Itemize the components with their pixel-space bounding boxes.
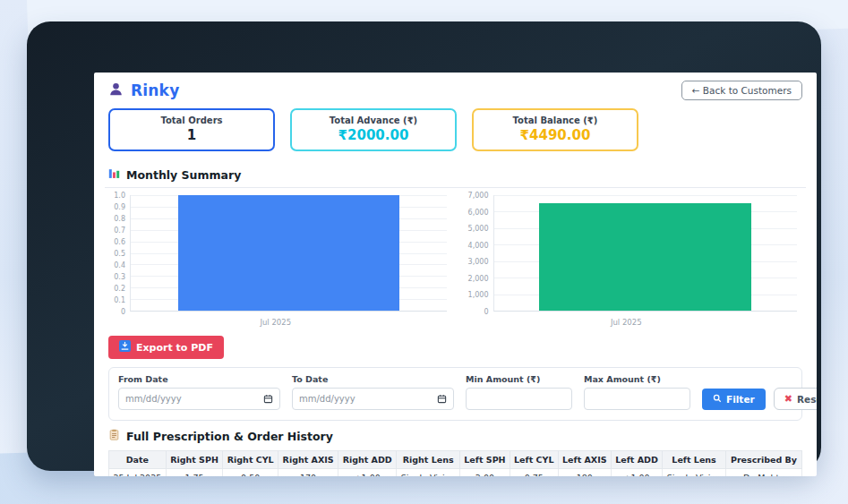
bar-chart-icon xyxy=(108,167,120,182)
stats-row: Total Orders 1 Total Advance (₹) ₹2000.0… xyxy=(105,106,806,161)
column-header: Left SPH xyxy=(460,451,510,469)
stat-value: ₹4490.00 xyxy=(477,127,633,143)
table-cell: 1.75 xyxy=(166,469,223,477)
x-axis-label: Jul 2025 xyxy=(105,318,447,327)
min-amount-field: Min Amount (₹) xyxy=(466,374,572,410)
y-tick-label: 0.3 xyxy=(114,273,125,281)
column-header: Prescribed By xyxy=(725,451,801,469)
customer-header: Rinky xyxy=(108,81,179,100)
person-icon xyxy=(108,81,124,100)
y-tick-label: 5,000 xyxy=(468,225,489,233)
charts-row: 1.00.90.80.70.60.50.40.30.20.10 Jul 2025… xyxy=(105,188,806,330)
x-axis-label: Jul 2025 xyxy=(456,318,798,327)
monthly-summary-heading: Monthly Summary xyxy=(105,161,806,188)
column-header: Date xyxy=(109,451,167,469)
max-amount-input-shell xyxy=(584,388,690,410)
min-amount-input-shell xyxy=(466,388,572,410)
table-cell: 0.75 xyxy=(510,469,558,477)
field-label: Min Amount (₹) xyxy=(466,374,572,384)
dark-window-frame: Rinky ← Back to Customers Total Orders 1… xyxy=(27,21,821,471)
calendar-icon[interactable] xyxy=(437,390,447,407)
to-date-input-shell xyxy=(292,388,454,410)
export-label: Export to PDF xyxy=(136,342,213,354)
y-tick-label: 4,000 xyxy=(468,241,489,249)
table-cell: Dr. Mehta xyxy=(725,469,801,477)
stat-label: Total Balance (₹) xyxy=(477,115,633,125)
table-cell: 2.00 xyxy=(460,469,510,477)
chart-plot-area xyxy=(493,195,798,312)
from-date-field: From Date xyxy=(118,374,280,410)
total-balance-card: Total Balance (₹) ₹4490.00 xyxy=(472,108,638,151)
table-cell: +1.00 xyxy=(611,469,662,477)
reset-label: Reset xyxy=(797,394,817,405)
y-tick-label: 0.5 xyxy=(114,250,125,258)
filter-label: Filter xyxy=(726,394,755,405)
history-table: DateRight SPHRight CYLRight AXISRight AD… xyxy=(108,450,802,476)
column-header: Right Lens xyxy=(397,451,460,469)
table-cell: 170 xyxy=(278,469,338,477)
y-tick-label: 0.4 xyxy=(114,261,125,269)
section-title: Monthly Summary xyxy=(126,168,241,182)
y-axis: 7,0006,0005,0004,0003,0002,0001,0000 xyxy=(456,195,493,312)
y-tick-label: 0 xyxy=(484,308,488,316)
gridline xyxy=(494,195,798,196)
export-row: Export to PDF xyxy=(105,330,806,363)
from-date-input[interactable] xyxy=(125,394,263,404)
y-tick-label: 0.1 xyxy=(114,296,125,304)
download-icon xyxy=(119,340,131,355)
min-amount-input[interactable] xyxy=(473,394,565,404)
from-date-input-shell xyxy=(118,388,280,410)
calendar-icon[interactable] xyxy=(263,390,273,407)
column-header: Left Lens xyxy=(663,451,726,469)
filter-buttons: Filter ✖ Reset xyxy=(702,388,817,410)
column-header: Left CYL xyxy=(510,451,558,469)
column-header: Right AXIS xyxy=(278,451,338,469)
y-tick-label: 3,000 xyxy=(468,258,489,266)
y-tick-label: 0.8 xyxy=(114,215,125,223)
table-cell: 0.50 xyxy=(223,469,278,477)
section-title: Full Prescription & Order History xyxy=(126,430,333,443)
field-label: To Date xyxy=(292,374,454,384)
to-date-field: To Date xyxy=(292,374,454,410)
chart-plot-area xyxy=(130,195,447,312)
total-orders-card: Total Orders 1 xyxy=(108,108,275,151)
customer-detail-card: Rinky ← Back to Customers Total Orders 1… xyxy=(94,73,817,476)
stat-value: 1 xyxy=(114,127,270,143)
column-header: Right CYL xyxy=(223,451,278,469)
filter-panel: From Date To Date Min Amount xyxy=(108,367,802,421)
table-cell: 180 xyxy=(558,469,611,477)
y-tick-label: 6,000 xyxy=(468,208,489,216)
column-header: Right ADD xyxy=(338,451,397,469)
y-tick-label: 0.9 xyxy=(114,203,125,211)
column-header: Right SPH xyxy=(166,451,223,469)
table-cell: Single Vision xyxy=(663,469,726,477)
filter-button[interactable]: Filter xyxy=(702,389,766,410)
field-label: From Date xyxy=(118,374,280,384)
chart-bar xyxy=(539,203,751,311)
back-to-customers-button[interactable]: ← Back to Customers xyxy=(681,81,802,100)
stat-label: Total Advance (₹) xyxy=(296,115,451,125)
y-axis: 1.00.90.80.70.60.50.40.30.20.10 xyxy=(105,195,130,312)
history-table-body: 25 Jul 20251.750.50170+1.00Single Vision… xyxy=(109,469,802,477)
y-tick-label: 2,000 xyxy=(468,274,489,282)
field-label: Max Amount (₹) xyxy=(584,374,690,384)
total-advance-card: Total Advance (₹) ₹2000.00 xyxy=(290,108,457,151)
y-tick-label: 1,000 xyxy=(468,291,489,299)
stat-value: ₹2000.00 xyxy=(296,127,451,143)
export-to-pdf-button[interactable]: Export to PDF xyxy=(108,336,224,359)
column-header: Left ADD xyxy=(611,451,662,469)
y-tick-label: 0.7 xyxy=(114,226,125,235)
clipboard-icon xyxy=(108,429,120,443)
max-amount-input[interactable] xyxy=(591,394,683,404)
reset-button[interactable]: ✖ Reset xyxy=(774,388,817,410)
search-icon xyxy=(713,394,722,405)
to-date-input[interactable] xyxy=(299,394,437,404)
stat-label: Total Orders xyxy=(114,115,270,125)
chart-bar xyxy=(178,195,399,311)
history-table-head: DateRight SPHRight CYLRight AXISRight AD… xyxy=(109,451,802,469)
y-tick-label: 1.0 xyxy=(114,192,125,200)
y-tick-label: 7,000 xyxy=(468,192,489,200)
table-cell: +1.00 xyxy=(338,469,397,477)
table-cell: Single Vision xyxy=(397,469,460,477)
y-tick-label: 0.6 xyxy=(114,238,125,246)
